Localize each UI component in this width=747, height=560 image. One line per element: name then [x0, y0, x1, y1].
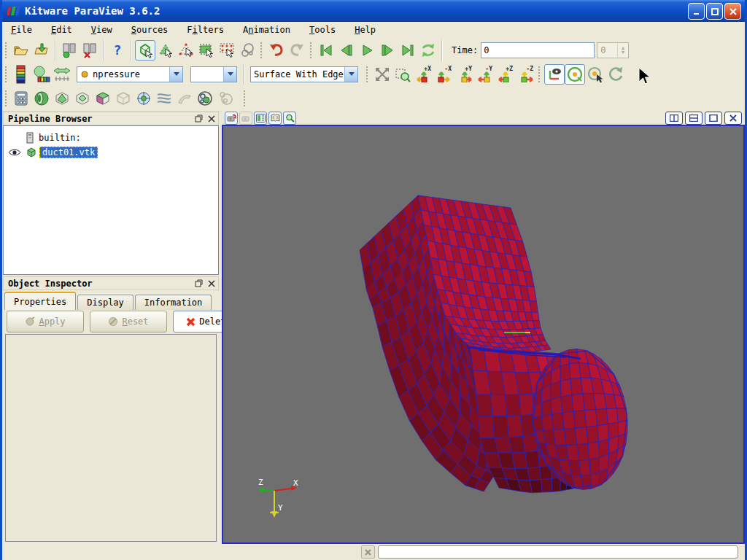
select-points-through-button[interactable]	[217, 40, 237, 61]
reset-button[interactable]: Reset	[90, 311, 167, 332]
previous-frame-button[interactable]	[336, 40, 357, 61]
mesh-quad	[560, 364, 570, 381]
loop-button[interactable]	[418, 40, 438, 61]
color-scale-button[interactable]	[11, 64, 31, 85]
slice-button[interactable]	[72, 88, 93, 109]
connect-icon	[61, 42, 78, 59]
contour-button[interactable]	[31, 88, 52, 109]
float-panel-button[interactable]	[193, 279, 204, 289]
component-combobox[interactable]	[190, 66, 237, 82]
toolbar-handle[interactable]	[538, 66, 541, 83]
toolbar-handle[interactable]	[309, 42, 313, 59]
maximize-view-icon	[709, 114, 718, 122]
save-data-button[interactable]	[31, 40, 52, 61]
menu-tools[interactable]: Tools	[308, 24, 337, 36]
menu-help[interactable]: Help	[353, 24, 377, 36]
dropdown-arrow-icon[interactable]	[344, 67, 357, 82]
menu-view[interactable]: View	[90, 24, 114, 36]
show-color-legend-button[interactable]	[254, 112, 267, 125]
undo-button[interactable]	[266, 40, 287, 61]
camera-undo-button[interactable]	[225, 112, 238, 125]
render-view-zoom-button[interactable]	[283, 112, 296, 125]
clip-button[interactable]	[52, 88, 72, 109]
dropdown-arrow-icon[interactable]	[223, 67, 236, 82]
open-button[interactable]	[11, 40, 31, 61]
select-frustum-cells-button[interactable]	[176, 40, 196, 61]
reset-camera-button[interactable]	[372, 64, 392, 85]
camera-minus-x-button[interactable]: -X	[433, 64, 454, 85]
extract-level-button[interactable]	[215, 88, 236, 109]
render-viewport[interactable]: XZY	[222, 125, 745, 544]
toolbar-handle[interactable]	[4, 66, 8, 83]
edit-view-color-map-button[interactable]	[268, 112, 282, 125]
minimize-button[interactable]	[688, 3, 705, 20]
color-by-combobox[interactable]: npressure	[77, 66, 183, 82]
tab-information[interactable]: Information	[135, 295, 212, 310]
stream-tracer-button[interactable]	[154, 88, 174, 109]
menu-sources[interactable]: Sources	[130, 24, 170, 36]
menu-file[interactable]: File	[9, 24, 34, 36]
camera-redo-button[interactable]	[239, 112, 252, 125]
close-panel-button[interactable]	[206, 279, 217, 289]
close-panel-button[interactable]	[206, 114, 217, 124]
camera-plus-x-button[interactable]: +X	[413, 64, 433, 85]
close-view-button[interactable]	[724, 112, 742, 125]
rescale-range-button[interactable]	[52, 64, 72, 85]
split-view-horizontal-button[interactable]	[685, 112, 703, 125]
float-panel-button[interactable]	[193, 114, 204, 124]
dropdown-arrow-icon[interactable]	[169, 67, 182, 82]
representation-combobox[interactable]: Surface With Edges	[250, 66, 358, 82]
pick-center-button[interactable]	[585, 64, 605, 85]
connect-server-button[interactable]	[59, 40, 80, 61]
menu-animation[interactable]: Animation	[241, 24, 292, 36]
toolbar-handle[interactable]	[4, 42, 8, 59]
split-view-vertical-button[interactable]	[665, 112, 683, 125]
apply-button[interactable]: Apply	[7, 311, 84, 332]
first-frame-button[interactable]	[316, 40, 336, 61]
window-title: Kitware ParaView 3.6.2	[25, 5, 160, 17]
camera-minus-y-button[interactable]: -Y	[474, 64, 495, 85]
menu-edit[interactable]: Edit	[50, 24, 74, 36]
select-points-on-button[interactable]	[155, 40, 176, 61]
toolbar-handle[interactable]	[365, 66, 369, 83]
group-datasets-button[interactable]	[195, 88, 215, 109]
zoom-to-data-button[interactable]	[392, 64, 413, 85]
pipeline-item-builtin[interactable]: builtin:	[4, 131, 218, 145]
time-input[interactable]	[481, 42, 595, 58]
eye-visibility-icon[interactable]	[8, 148, 21, 157]
toolbar-handle[interactable]	[260, 42, 263, 59]
redo-button[interactable]	[287, 40, 307, 61]
glyph-button[interactable]	[133, 88, 154, 109]
toolbar-handle[interactable]	[243, 90, 247, 107]
pipeline-item-duct01[interactable]: duct01.vtk	[4, 145, 218, 160]
select-cells-on-button[interactable]	[135, 40, 155, 61]
show-orientation-axes-button[interactable]	[544, 64, 565, 85]
reset-center-button[interactable]	[605, 64, 626, 85]
next-frame-button[interactable]	[377, 40, 398, 61]
close-button[interactable]	[724, 3, 741, 20]
abort-progress-button[interactable]	[361, 545, 375, 559]
show-center-axes-button[interactable]	[565, 64, 585, 85]
toolbar-handle[interactable]	[4, 90, 8, 107]
tab-properties[interactable]: Properties	[4, 292, 76, 310]
warp-vector-button[interactable]	[174, 88, 195, 109]
threshold-button[interactable]	[93, 88, 113, 109]
camera-minus-z-button[interactable]: -Z	[515, 64, 535, 85]
edit-color-map-button[interactable]	[31, 64, 52, 85]
camera-plus-z-button[interactable]: +Z	[495, 64, 515, 85]
time-index-spinbox[interactable]: 0 ▲▼	[597, 42, 629, 58]
maximize-button[interactable]	[706, 3, 723, 20]
disconnect-server-button[interactable]	[80, 40, 100, 61]
tab-display[interactable]: Display	[77, 295, 133, 310]
maximize-view-button[interactable]	[705, 112, 722, 125]
select-cells-through-button[interactable]	[196, 40, 217, 61]
interact-mode-button[interactable]	[237, 40, 258, 61]
extract-subset-button[interactable]	[113, 88, 133, 109]
menu-filters[interactable]: Filters	[185, 24, 225, 36]
help-button[interactable]: ?	[107, 40, 128, 61]
camera-plus-y-button[interactable]: +Y	[454, 64, 474, 85]
last-frame-button[interactable]	[398, 40, 418, 61]
spinner-arrows-icon[interactable]: ▲▼	[617, 44, 628, 57]
play-button[interactable]	[357, 40, 377, 61]
calculator-button[interactable]	[11, 88, 31, 109]
